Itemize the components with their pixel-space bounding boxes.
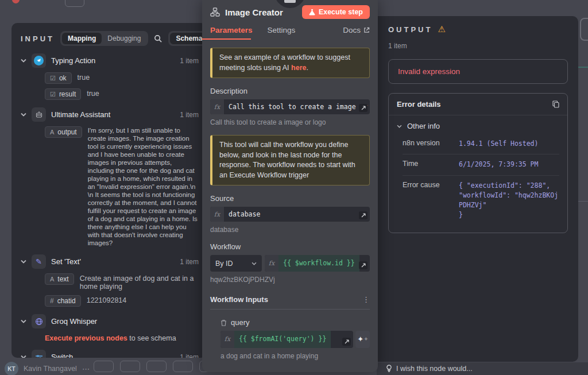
- trash-icon[interactable]: [220, 369, 227, 370]
- input-mode-tabs: Mapping Debugging: [60, 31, 148, 46]
- workflow-input-chatid: chatid fx {{$('Set \'Text\'').item.json.…: [220, 369, 370, 370]
- description-hint: Call this tool to create a image or logo: [210, 118, 370, 126]
- error-info-row: n8n version 1.94.1 (Self Hosted): [403, 134, 559, 154]
- chevron-down-icon: [397, 125, 402, 128]
- canvas-connection-line: [578, 67, 588, 68]
- query-expression-input[interactable]: fx {{ $fromAI('query') }}: [220, 331, 353, 347]
- canvas-toolbar-button[interactable]: [120, 361, 140, 372]
- n8n-node-detail-view: KT Kavin Thangavel ⋯ INPUT Mapping Debug…: [0, 0, 588, 375]
- fx-icon[interactable]: fx: [210, 207, 224, 222]
- tab-parameters[interactable]: Parameters: [210, 26, 253, 40]
- robot-icon: [32, 107, 46, 122]
- docs-link[interactable]: Docs: [343, 26, 370, 40]
- canvas-toolbar-button[interactable]: [146, 361, 167, 372]
- input-schema-tree: Typing Action 1 item ☑ok true ☑result tr…: [21, 53, 207, 358]
- avatar[interactable]: KT: [5, 362, 18, 375]
- schema-field-row: ☑result true: [45, 88, 207, 100]
- expand-input-icon[interactable]: [359, 211, 368, 219]
- description-input[interactable]: fx Call this tool to create a image or l…: [210, 99, 370, 114]
- schema-field-row: #chatid 1221092814: [45, 295, 207, 307]
- tab-schema[interactable]: Schema: [170, 33, 207, 44]
- schema-node-set-text[interactable]: ✎ Set 'Text' 1 item: [21, 254, 207, 269]
- expand-input-icon[interactable]: [342, 338, 351, 346]
- canvas-toolbar-button[interactable]: [173, 361, 193, 372]
- schema-node-switch[interactable]: Switch 1 item: [21, 350, 207, 358]
- workflow-mode-select[interactable]: By ID: [210, 255, 262, 272]
- ai-sparkles-icon[interactable]: ✦✧: [355, 331, 370, 347]
- error-info-row: Time 6/1/2025, 7:39:35 PM: [403, 154, 559, 175]
- user-account-chip[interactable]: KT Kavin Thangavel ⋯: [5, 362, 90, 375]
- schema-key-pill[interactable]: Aoutput: [45, 126, 82, 138]
- schema-key-pill[interactable]: Atext: [45, 273, 74, 285]
- other-info-toggle[interactable]: Other info: [389, 115, 567, 134]
- user-menu-icon[interactable]: ⋯: [82, 365, 90, 373]
- canvas-connection-line: [578, 201, 588, 202]
- tool-info-callout: This tool will call the workflow you def…: [210, 135, 370, 185]
- canvas-control-button[interactable]: [65, 0, 84, 7]
- workflow-input-query: query fx {{ $fromAI('query') }} ✦✧ a dog…: [220, 318, 370, 359]
- schema-node-typing-action[interactable]: Typing Action 1 item: [21, 53, 207, 68]
- output-items-count: 1 item: [388, 42, 568, 50]
- query-hint: a dog and cat in a home playing: [220, 352, 370, 360]
- tab-debugging[interactable]: Debugging: [102, 33, 146, 44]
- workflow-inputs-title: Workflow Inputs: [210, 295, 362, 304]
- trash-icon[interactable]: [220, 319, 227, 326]
- schema-field-row: Atext Create an image of dog and cat in …: [45, 273, 207, 291]
- error-details-title: Error details: [397, 100, 552, 109]
- tab-settings[interactable]: Settings: [268, 26, 296, 40]
- fx-icon[interactable]: fx: [210, 99, 224, 114]
- error-info-row: Error cause { "executionId": "288", "wor…: [403, 176, 559, 226]
- schema-key-pill[interactable]: #chatid: [45, 295, 81, 307]
- pencil-icon: ✎: [32, 254, 46, 269]
- example-callout: See an example of a workflow to suggest …: [210, 48, 370, 78]
- node-feedback-bar[interactable]: I wish this node would...: [377, 362, 588, 375]
- schema-field-row: ☑ok true: [45, 72, 207, 84]
- warning-icon: ⚠: [438, 24, 445, 34]
- chevron-down-icon[interactable]: [21, 59, 26, 63]
- workflow-id-input[interactable]: fx {{ $workflow.id }}: [265, 255, 370, 272]
- schema-key-pill[interactable]: ☑result: [45, 88, 81, 100]
- feedback-prompt[interactable]: I wish this node would...: [396, 365, 473, 373]
- user-name: Kavin Thangavel: [24, 365, 77, 373]
- fx-icon[interactable]: fx: [265, 255, 278, 272]
- copy-icon[interactable]: [552, 100, 559, 108]
- node-settings-panel: Image Creator Execute step Parameters Se…: [202, 0, 378, 372]
- execute-step-button[interactable]: Execute step: [302, 5, 370, 19]
- source-input[interactable]: fx database: [210, 207, 370, 222]
- expand-input-icon[interactable]: [359, 104, 368, 112]
- canvas-toolbar-buttons: [94, 361, 219, 372]
- schema-node-ultimate-assistant[interactable]: Ultimate Assistant 1 item: [21, 107, 207, 122]
- schema-key-pill[interactable]: ☑ok: [45, 72, 72, 84]
- chevron-down-icon[interactable]: [21, 260, 26, 264]
- tab-mapping[interactable]: Mapping: [62, 33, 102, 44]
- output-panel-title: OUTPUT: [388, 25, 432, 34]
- execute-previous-nodes-link[interactable]: Execute previous nodes: [45, 334, 127, 342]
- node-panel-tabs: Parameters Settings Docs: [202, 19, 378, 40]
- chevron-down-icon[interactable]: [21, 319, 26, 323]
- schema-node-groq-whisper[interactable]: Groq Whisper: [21, 314, 207, 328]
- input-panel: INPUT Mapping Debugging Schema Table JSO…: [11, 23, 207, 358]
- source-label: Source: [210, 194, 370, 203]
- node-title: Image Creator: [225, 7, 302, 17]
- schema-field-value: I'm sorry, but I am still unable to crea…: [88, 126, 199, 247]
- string-icon: A: [50, 276, 54, 283]
- parameters-form: See an example of a workflow to suggest …: [202, 40, 378, 370]
- canvas-toolbar-button[interactable]: [94, 361, 114, 372]
- example-here-link[interactable]: here: [291, 64, 306, 72]
- canvas-node-status-dot: [12, 0, 20, 3]
- chevron-down-icon[interactable]: [21, 113, 26, 117]
- telegram-icon: [32, 53, 46, 68]
- search-icon[interactable]: [154, 33, 163, 44]
- sliders-icon: [32, 350, 46, 358]
- output-panel: OUTPUT ⚠ 1 item Invalid expression Error…: [378, 16, 578, 362]
- node-icon: [284, 0, 296, 3]
- error-banner: Invalid expression: [388, 59, 568, 84]
- lightbulb-icon: [386, 365, 392, 373]
- fx-icon[interactable]: fx: [220, 331, 234, 347]
- workflow-label: Workflow: [210, 242, 370, 251]
- description-label: Description: [210, 87, 370, 95]
- chevron-down-icon[interactable]: [21, 355, 26, 358]
- expand-input-icon[interactable]: [359, 261, 368, 269]
- kebab-menu-icon[interactable]: ⋮: [362, 295, 370, 304]
- canvas-node-outline: [580, 18, 588, 41]
